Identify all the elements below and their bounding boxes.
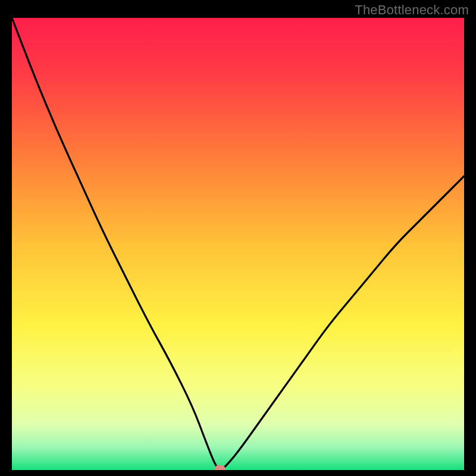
background-gradient bbox=[12, 18, 464, 470]
plot-area bbox=[12, 18, 464, 470]
watermark-text: TheBottleneck.com bbox=[355, 2, 469, 18]
chart-frame: TheBottleneck.com bbox=[0, 0, 476, 476]
svg-rect-0 bbox=[12, 18, 464, 470]
